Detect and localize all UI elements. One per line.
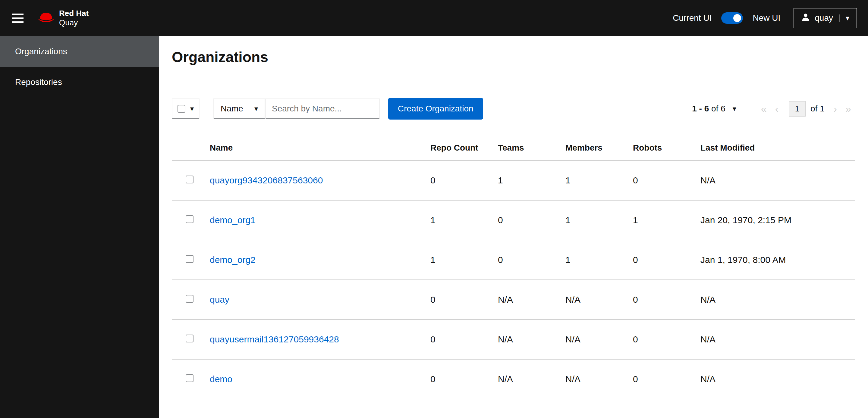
last-modified-cell: N/A xyxy=(701,161,855,200)
row-checkbox[interactable] xyxy=(186,374,193,382)
last-modified-cell: N/A xyxy=(701,320,855,359)
pagination-total: of 6 xyxy=(711,104,725,113)
column-header-last-modified: Last Modified xyxy=(701,135,855,161)
org-name-cell: demo_org1 xyxy=(210,200,430,240)
new-ui-label: New UI xyxy=(752,13,780,23)
org-name-cell: demo_org2 xyxy=(210,240,430,280)
sidebar-item-label: Organizations xyxy=(15,47,67,56)
sidebar: Organizations Repositories xyxy=(0,36,159,418)
caret-down-icon: ▾ xyxy=(733,105,736,112)
members-cell: 1 xyxy=(565,240,633,280)
robots-cell: 1 xyxy=(633,200,701,240)
table-row: demo_org2 1 0 1 0 Jan 1, 1970, 8:00 AM xyxy=(172,240,855,280)
row-select-cell xyxy=(172,240,210,280)
user-menu-dropdown[interactable]: quay ▾ xyxy=(794,8,857,28)
bulk-select-checkbox[interactable] xyxy=(178,105,185,112)
teams-cell: N/A xyxy=(498,359,565,399)
teams-cell: 0 xyxy=(498,240,565,280)
repo-count-cell: 0 xyxy=(430,359,498,399)
switch-knob xyxy=(733,14,741,22)
column-header-robots: Robots xyxy=(633,135,701,161)
row-select-cell xyxy=(172,359,210,399)
toolbar: ▾ Name ▾ Create Organization 1 - 6 of 6 … xyxy=(172,98,855,120)
user-name: quay xyxy=(815,13,833,23)
org-name-link[interactable]: quay xyxy=(210,294,229,304)
last-page-button[interactable]: » xyxy=(841,101,855,116)
org-name-cell: demo xyxy=(210,359,430,399)
table-header: Name Repo Count Teams Members Robots Las… xyxy=(172,135,855,161)
next-page-button[interactable]: › xyxy=(830,101,841,116)
masthead: Red Hat Quay Current UI New UI quay ▾ xyxy=(0,0,868,36)
create-organization-button[interactable]: Create Organization xyxy=(388,98,483,120)
select-column-header xyxy=(172,135,210,161)
layout: Organizations Repositories Organizations… xyxy=(0,36,868,418)
members-cell: N/A xyxy=(565,320,633,359)
last-modified-cell: Jan 20, 1970, 2:15 PM xyxy=(701,200,855,240)
first-page-button[interactable]: « xyxy=(757,101,771,116)
last-modified-cell: N/A xyxy=(701,359,855,399)
row-select-cell xyxy=(172,320,210,359)
row-checkbox[interactable] xyxy=(186,295,193,303)
teams-cell: N/A xyxy=(498,320,565,359)
search-input[interactable] xyxy=(265,98,380,119)
row-checkbox[interactable] xyxy=(186,255,193,263)
org-name-link[interactable]: quayorg9343206837563060 xyxy=(210,175,323,185)
repo-count-cell: 0 xyxy=(430,280,498,320)
members-cell: N/A xyxy=(565,359,633,399)
row-checkbox[interactable] xyxy=(186,175,193,184)
robots-cell: 0 xyxy=(633,240,701,280)
org-name-link[interactable]: quayusermail136127059936428 xyxy=(210,334,339,344)
caret-down-icon: ▾ xyxy=(190,105,194,112)
nav-toggle-button[interactable] xyxy=(10,10,26,27)
teams-cell: N/A xyxy=(498,280,565,320)
last-modified-cell: Jan 1, 1970, 8:00 AM xyxy=(701,240,855,280)
members-cell: N/A xyxy=(565,280,633,320)
organizations-table: Name Repo Count Teams Members Robots Las… xyxy=(172,135,855,399)
pagination-nav: « ‹ of 1 › » xyxy=(757,101,855,117)
sidebar-item-label: Repositories xyxy=(15,77,62,87)
per-page-dropdown[interactable]: 1 - 6 of 6 ▾ xyxy=(692,104,736,114)
org-name-cell: quay xyxy=(210,280,430,320)
org-name-link[interactable]: demo_org1 xyxy=(210,215,255,225)
robots-cell: 0 xyxy=(633,359,701,399)
robots-cell: 0 xyxy=(633,280,701,320)
table-row: demo 0 N/A N/A 0 N/A xyxy=(172,359,855,399)
members-cell: 1 xyxy=(565,200,633,240)
repo-count-cell: 1 xyxy=(430,240,498,280)
repo-count-cell: 0 xyxy=(430,161,498,200)
row-select-cell xyxy=(172,161,210,200)
filter-column-dropdown[interactable]: Name ▾ xyxy=(213,98,265,119)
table-body: quayorg9343206837563060 0 1 1 0 N/A demo… xyxy=(172,161,855,399)
table-row: quayusermail136127059936428 0 N/A N/A 0 … xyxy=(172,320,855,359)
caret-down-icon: ▾ xyxy=(254,105,258,112)
table-row: quay 0 N/A N/A 0 N/A xyxy=(172,280,855,320)
column-header-teams: Teams xyxy=(498,135,565,161)
sidebar-item-repositories[interactable]: Repositories xyxy=(0,67,159,98)
teams-cell: 0 xyxy=(498,200,565,240)
table-row: demo_org1 1 0 1 1 Jan 20, 1970, 2:15 PM xyxy=(172,200,855,240)
row-checkbox[interactable] xyxy=(186,334,193,343)
row-checkbox[interactable] xyxy=(186,215,193,223)
total-pages-label: of 1 xyxy=(810,104,825,114)
ui-toggle-switch[interactable] xyxy=(721,12,743,24)
org-name-link[interactable]: demo_org2 xyxy=(210,255,255,265)
last-modified-cell: N/A xyxy=(701,280,855,320)
brand-line2: Quay xyxy=(59,18,89,27)
members-cell: 1 xyxy=(565,161,633,200)
bulk-select-dropdown[interactable]: ▾ xyxy=(172,98,199,119)
brand-logo: Red Hat Quay xyxy=(38,9,89,27)
user-icon xyxy=(801,13,810,24)
red-hat-fedora-icon xyxy=(38,11,54,25)
pagination-range: 1 - 6 xyxy=(692,104,709,113)
masthead-right: Current UI New UI quay ▾ xyxy=(673,8,857,28)
current-page-input[interactable] xyxy=(789,101,806,117)
org-name-link[interactable]: demo xyxy=(210,374,232,384)
sidebar-item-organizations[interactable]: Organizations xyxy=(0,36,159,67)
previous-page-button[interactable]: ‹ xyxy=(771,101,783,116)
brand-line1: Red Hat xyxy=(59,9,89,18)
robots-cell: 0 xyxy=(633,320,701,359)
pagination: 1 - 6 of 6 ▾ « ‹ of 1 › » xyxy=(692,101,855,117)
repo-count-cell: 1 xyxy=(430,200,498,240)
page-title: Organizations xyxy=(172,49,855,65)
column-header-name: Name xyxy=(210,135,430,161)
